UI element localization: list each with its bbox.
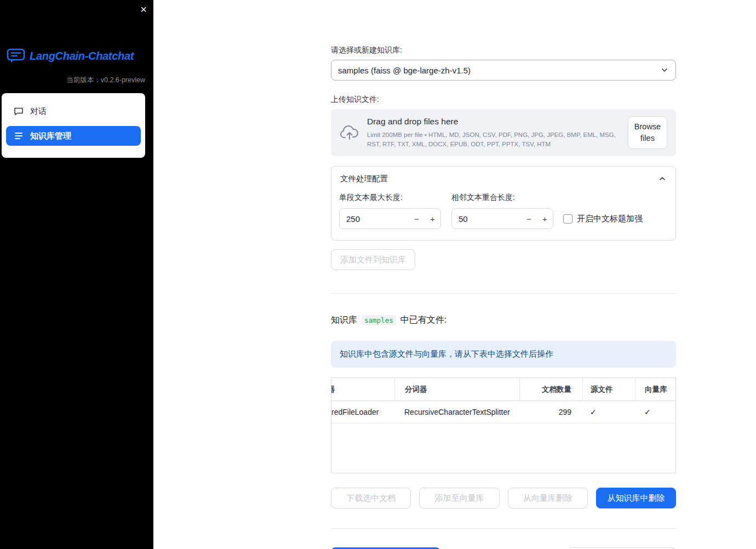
cell-splitter[interactable]: RecursiveCharacterTextSplitter [394, 408, 519, 416]
file-dropzone[interactable]: Drag and drop files here Limit 200MB per… [331, 109, 676, 156]
chunk-size-increment-button[interactable]: + [425, 214, 440, 224]
delete-from-kb-button[interactable]: 从知识库中删除 [596, 488, 676, 508]
file-config-expander: 文件处理配置 单段文本最大长度: 250 − + 相邻文本重合长度: 50 − … [331, 166, 676, 241]
overlap-size-input[interactable]: 50 − + [451, 208, 553, 229]
overlap-decrement-button[interactable]: − [521, 214, 537, 224]
cell-loader[interactable]: redFileLoader [331, 408, 394, 416]
add-to-vectorstore-button[interactable]: 添加至向量库 [419, 488, 499, 508]
kb-select-label: 请选择或新建知识库: [331, 45, 676, 55]
chunk-size-value[interactable]: 250 [340, 214, 409, 224]
kb-name-code: samples [362, 315, 396, 325]
app-title: LangChain-Chatchat [30, 50, 134, 62]
kb-list-icon [14, 131, 24, 141]
chevron-down-icon [660, 66, 669, 75]
file-config-title: 文件处理配置 [340, 174, 388, 184]
divider [331, 528, 676, 529]
dropzone-text: Drag and drop files here Limit 200MB per… [367, 117, 620, 148]
sidebar-close-icon[interactable]: × [140, 3, 147, 15]
delete-from-vectorstore-button[interactable]: 从向量库删除 [508, 488, 588, 508]
chunk-size-decrement-button[interactable]: − [409, 214, 425, 224]
existing-files-prefix: 知识库 [331, 314, 357, 326]
chunk-size-input[interactable]: 250 − + [339, 208, 441, 229]
kb-files-table: 器 分词器 文档数量 源文件 向量库 redFileLoader Recursi… [331, 378, 676, 473]
logo-chat-icon [7, 47, 25, 65]
divider [331, 293, 676, 294]
sidebar-item-label: 对话 [30, 106, 47, 117]
download-selected-button[interactable]: 下载选中文档 [331, 488, 411, 508]
file-config-expander-header[interactable]: 文件处理配置 [331, 167, 675, 191]
col-header-doc-count[interactable]: 文档数量 [519, 378, 582, 401]
upload-label: 上传知识文件: [331, 95, 676, 105]
file-config-body: 单段文本最大长度: 250 − + 相邻文本重合长度: 50 − + 开启中文标… [331, 191, 675, 240]
cell-vector-store-check[interactable]: ✓ [635, 408, 675, 416]
col-header-vector-store[interactable]: 向量库 [635, 378, 675, 401]
sidebar: × LangChain-Chatchat 当前版本：v0.2.6-preview… [0, 0, 153, 549]
overlap-increment-button[interactable]: + [537, 214, 553, 224]
zh-title-enhance-checkbox[interactable]: 开启中文标题加强 [563, 208, 643, 229]
existing-files-suffix: 中已有文件: [400, 314, 446, 326]
kb-select[interactable]: samples (faiss @ bge-large-zh-v1.5) [331, 60, 676, 81]
info-banner: 知识库中包含源文件与向量库，请从下表中选择文件后操作 [331, 341, 676, 368]
chevron-up-icon [658, 174, 667, 183]
dropzone-limits: Limit 200MB per file • HTML, MD, JSON, C… [367, 130, 620, 148]
chunk-size-group: 单段文本最大长度: 250 − + [339, 193, 441, 229]
file-action-buttons: 下载选中文档 添加至向量库 从向量库删除 从知识库中删除 [331, 488, 676, 508]
overlap-size-group: 相邻文本重合长度: 50 − + [451, 193, 553, 229]
app-logo: LangChain-Chatchat [7, 47, 134, 65]
cell-source-file-check[interactable]: ✓ [582, 408, 635, 416]
add-files-to-kb-button[interactable]: 添加文件到知识库 [331, 249, 415, 270]
browse-files-button[interactable]: Browse files [628, 116, 667, 149]
sidebar-menu: 对话 知识库管理 [2, 93, 145, 158]
kb-management-page: 请选择或新建知识库: samples (faiss @ bge-large-zh… [331, 0, 676, 549]
col-header-splitter[interactable]: 分词器 [394, 378, 519, 401]
table-row[interactable]: redFileLoader RecursiveCharacterTextSpli… [331, 401, 675, 424]
checkbox-box[interactable] [563, 214, 572, 224]
sidebar-item-label: 知识库管理 [30, 131, 71, 141]
overlap-size-value[interactable]: 50 [452, 214, 521, 224]
kb-select-value: samples (faiss @ bge-large-zh-v1.5) [338, 66, 471, 75]
table-header-row: 器 分词器 文档数量 源文件 向量库 [331, 378, 675, 401]
dropzone-title: Drag and drop files here [367, 117, 620, 127]
col-header-source-file[interactable]: 源文件 [582, 378, 635, 401]
cell-doc-count[interactable]: 299 [519, 408, 582, 416]
sidebar-item-dialogue[interactable]: 对话 [6, 101, 141, 121]
chunk-size-label: 单段文本最大长度: [339, 193, 441, 203]
chat-bubble-icon [14, 106, 24, 116]
existing-files-heading: 知识库 samples 中已有文件: [331, 314, 676, 326]
cloud-upload-icon [340, 124, 359, 141]
col-header-loader[interactable]: 器 [331, 385, 394, 394]
sidebar-item-kb-management[interactable]: 知识库管理 [6, 126, 141, 146]
checkbox-label: 开启中文标题加强 [577, 214, 643, 224]
overlap-size-label: 相邻文本重合长度: [451, 193, 553, 203]
version-label: 当前版本：v0.2.6-preview [0, 76, 145, 85]
